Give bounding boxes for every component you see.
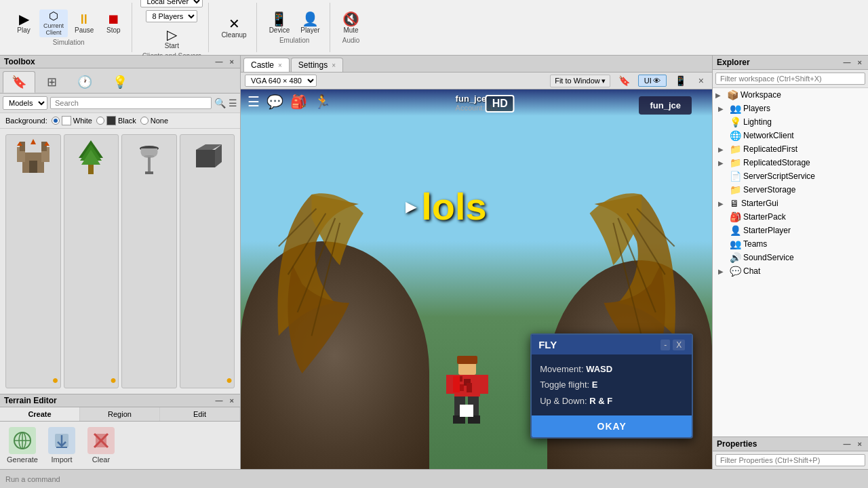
tab-settings-close[interactable]: × bbox=[332, 62, 336, 69]
tree-item-starterpack[interactable]: ▶ 🎒 StarterPack bbox=[713, 210, 868, 224]
toolbox-search-input[interactable] bbox=[50, 97, 212, 109]
replicatedstorage-expand-icon[interactable]: ▶ bbox=[718, 159, 728, 167]
explorer-search-input[interactable] bbox=[715, 73, 865, 85]
pause-icon: ⏸ bbox=[77, 12, 91, 26]
svg-marker-6 bbox=[31, 139, 36, 144]
players-dropdown[interactable]: 8 Players bbox=[146, 10, 197, 22]
start-button[interactable]: ▷ Start bbox=[159, 26, 184, 51]
bg-none-radio[interactable] bbox=[140, 117, 149, 125]
replicatedfirst-label: ReplicatedFirst bbox=[743, 144, 797, 154]
tab-settings[interactable]: Settings × bbox=[291, 58, 343, 72]
tree-item-serverstorage[interactable]: ▶ 📁 ServerStorage bbox=[713, 183, 868, 197]
server-dropdown[interactable]: Local Server bbox=[140, 0, 203, 7]
tree-item-chat[interactable]: ▶ 💬 Chat bbox=[713, 264, 868, 278]
bg-white-radio[interactable] bbox=[52, 117, 60, 125]
terrain-tool-import[interactable]: Import bbox=[45, 427, 79, 464]
menu-icon[interactable]: ☰ bbox=[248, 94, 260, 110]
properties-close[interactable]: × bbox=[856, 440, 864, 448]
mute-button[interactable]: 🔇 Mute bbox=[338, 11, 364, 35]
model-thumb-lamp bbox=[132, 139, 167, 174]
search-button[interactable]: 🔍 bbox=[214, 98, 226, 108]
bookmark-viewport-icon[interactable]: 🔖 bbox=[616, 74, 633, 87]
players-label: Players bbox=[743, 104, 770, 113]
terrain-tab-region[interactable]: Region bbox=[80, 407, 160, 421]
models-grid: ● ● bbox=[0, 129, 240, 394]
model-type-dropdown[interactable]: Models bbox=[3, 96, 47, 110]
tree-item-workspace[interactable]: ▶ 📦 Workspace bbox=[713, 88, 868, 102]
player-emulation-button[interactable]: 👤 Player bbox=[296, 11, 323, 35]
terrain-controls: — × bbox=[214, 396, 236, 405]
command-input[interactable] bbox=[5, 475, 863, 483]
model-item-tower[interactable]: ● bbox=[5, 134, 61, 388]
pause-button[interactable]: ⏸ Pause bbox=[71, 11, 98, 35]
viewport-close-button[interactable]: × bbox=[694, 74, 708, 87]
tab-bookmark[interactable]: 🔖 bbox=[3, 71, 35, 93]
properties-search-input[interactable] bbox=[715, 454, 865, 466]
tab-clock[interactable]: 🕐 bbox=[68, 71, 101, 93]
fly-minimize-button[interactable]: - bbox=[660, 340, 670, 350]
players-expand-icon[interactable]: ▶ bbox=[718, 105, 728, 113]
bg-white-option[interactable]: White bbox=[52, 116, 92, 125]
cleanup-button[interactable]: ✕ Cleanup bbox=[217, 16, 250, 40]
explorer-close[interactable]: × bbox=[856, 58, 864, 66]
tree-item-teams[interactable]: ▶ 👥 Teams bbox=[713, 237, 868, 251]
bg-none-option[interactable]: None bbox=[140, 117, 168, 125]
explorer-controls: — × bbox=[842, 58, 864, 66]
workspace-expand-icon[interactable]: ▶ bbox=[715, 92, 725, 99]
terrain-minimize[interactable]: — bbox=[214, 396, 225, 405]
players-icon: 👥 bbox=[730, 103, 741, 114]
toolbox-close[interactable]: × bbox=[228, 58, 236, 66]
tab-grid[interactable]: ⊞ bbox=[38, 71, 66, 93]
svg-rect-50 bbox=[453, 376, 460, 392]
backpack-icon[interactable]: 🎒 bbox=[290, 94, 307, 110]
bg-black-radio[interactable] bbox=[96, 117, 104, 125]
terrain-close[interactable]: × bbox=[228, 396, 236, 405]
tree-item-replicatedfirst[interactable]: ▶ 📁 ReplicatedFirst bbox=[713, 142, 868, 156]
tree-item-serverscriptservice[interactable]: ▶ 📄 ServerScriptService bbox=[713, 169, 868, 183]
terrain-tab-create[interactable]: Create bbox=[0, 407, 80, 421]
emulation-group: 📱 Device 👤 Player Emulation bbox=[260, 3, 330, 52]
device-button[interactable]: 📱 Device bbox=[265, 11, 294, 35]
fly-okay-button[interactable]: OKAY bbox=[532, 415, 692, 437]
startergui-expand-icon[interactable]: ▶ bbox=[718, 200, 728, 207]
terrain-tab-edit[interactable]: Edit bbox=[160, 407, 240, 421]
toolbox-minimize[interactable]: — bbox=[214, 58, 225, 66]
replicatedfirst-expand-icon[interactable]: ▶ bbox=[718, 146, 728, 153]
tree-item-startergui[interactable]: ▶ 🖥 StarterGui bbox=[713, 197, 868, 210]
tree-item-lighting[interactable]: ▶ 💡 Lighting bbox=[713, 115, 868, 129]
model-item-block[interactable]: ● bbox=[180, 134, 235, 388]
model-item-lamp[interactable] bbox=[121, 134, 177, 388]
fly-close-button[interactable]: X bbox=[673, 340, 685, 350]
tree-item-players[interactable]: ▶ 👥 Players bbox=[713, 102, 868, 115]
ui-toggle-button[interactable]: UI 👁 bbox=[638, 75, 667, 87]
stop-button[interactable]: ⏹ Stop bbox=[100, 11, 126, 35]
current-client-button[interactable]: ⬡ CurrentClient bbox=[39, 9, 68, 37]
play-button[interactable]: ▶ Play bbox=[11, 11, 37, 35]
chat-label: Chat bbox=[743, 266, 760, 276]
explorer-minimize[interactable]: — bbox=[842, 58, 853, 66]
tree-item-starterplayer[interactable]: ▶ 👤 StarterPlayer bbox=[713, 224, 868, 237]
tree-item-networkclient[interactable]: ▶ 🌐 NetworkClient bbox=[713, 129, 868, 142]
tab-castle[interactable]: Castle × bbox=[243, 58, 290, 72]
character-icon[interactable]: 🏃 bbox=[314, 94, 331, 110]
toolbox-header: Toolbox — × bbox=[0, 56, 240, 68]
fit-to-window-button[interactable]: Fit to Window ▾ bbox=[550, 75, 610, 87]
terrain-tool-clear[interactable]: Clear bbox=[84, 427, 118, 464]
properties-minimize[interactable]: — bbox=[842, 440, 853, 448]
replicatedstorage-label: ReplicatedStorage bbox=[743, 158, 810, 167]
chat-icon[interactable]: 💬 bbox=[267, 94, 283, 110]
resolution-dropdown[interactable]: VGA 640 × 480 bbox=[245, 75, 317, 87]
device-viewport-icon[interactable]: 📱 bbox=[672, 74, 689, 87]
cleanup-icon: ✕ bbox=[229, 17, 240, 30]
terrain-tool-generate[interactable]: Generate bbox=[5, 427, 39, 464]
fly-toggle-key: E bbox=[592, 380, 598, 390]
tree-item-replicatedstorage[interactable]: ▶ 📁 ReplicatedStorage bbox=[713, 156, 868, 169]
serverstorage-icon: 📁 bbox=[730, 184, 741, 195]
chat-expand-icon[interactable]: ▶ bbox=[718, 268, 728, 275]
filter-button[interactable]: ☰ bbox=[229, 98, 237, 108]
tab-bulb[interactable]: 💡 bbox=[104, 71, 136, 93]
model-item-tree[interactable]: ● bbox=[64, 134, 119, 388]
tree-item-soundservice[interactable]: ▶ 🔊 SoundService bbox=[713, 251, 868, 264]
bg-black-option[interactable]: Black bbox=[96, 116, 136, 125]
tab-castle-close[interactable]: × bbox=[278, 62, 282, 69]
